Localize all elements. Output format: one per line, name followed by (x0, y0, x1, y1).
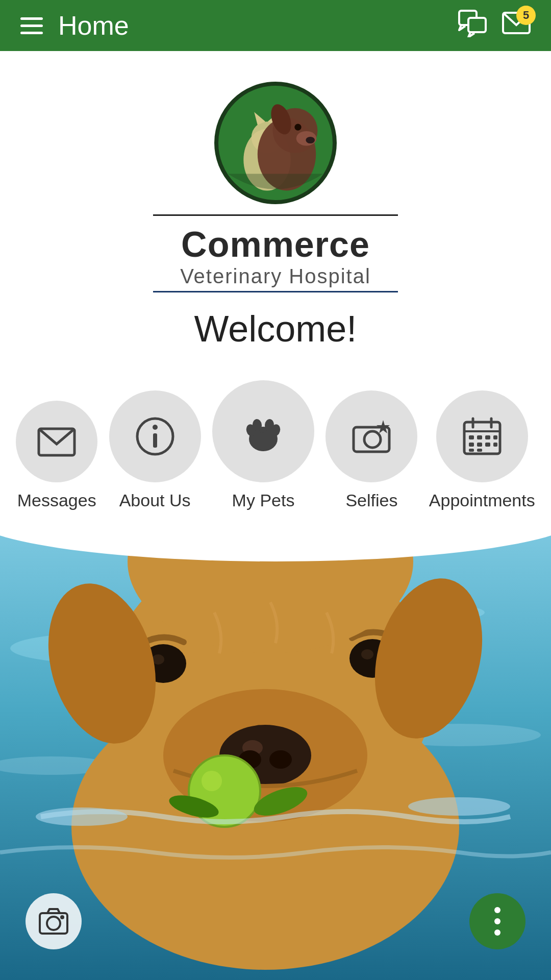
svg-rect-1 (468, 18, 486, 32)
svg-point-70 (47, 917, 60, 930)
my-pets-circle[interactable] (212, 380, 314, 482)
svg-rect-38 (493, 443, 497, 447)
mail-badge: 5 (516, 6, 536, 25)
mail-button[interactable]: 5 (502, 11, 531, 41)
svg-point-71 (60, 915, 64, 919)
logo-area: Commerce Veterinary Hospital Welcome! (0, 51, 551, 365)
clinic-subtitle: Veterinary Hospital (180, 265, 371, 288)
camera-button[interactable] (26, 893, 82, 949)
info-icon (135, 416, 176, 457)
nav-item-about-us[interactable]: About Us (109, 390, 201, 510)
envelope-icon (36, 421, 77, 462)
my-pets-label: My Pets (232, 491, 295, 510)
logo-line-bottom (153, 291, 398, 292)
svg-rect-37 (485, 443, 490, 447)
selfies-label: Selfies (345, 491, 397, 510)
camera-star-icon (351, 416, 392, 457)
nav-item-my-pets[interactable]: My Pets (212, 380, 314, 510)
svg-point-57 (361, 649, 373, 659)
nav-icons-row: Messages About Us (0, 365, 551, 521)
logo-line-top (153, 214, 398, 216)
svg-rect-32 (477, 435, 482, 439)
svg-rect-17 (153, 433, 157, 448)
header-left: Home (20, 10, 129, 41)
calendar-icon (462, 416, 503, 457)
chat-button[interactable] (458, 9, 487, 43)
svg-point-13 (294, 124, 301, 131)
svg-rect-40 (477, 449, 482, 452)
header-right: 5 (458, 9, 531, 43)
clinic-name: Commerce (180, 224, 371, 265)
svg-rect-33 (485, 435, 490, 439)
svg-rect-31 (469, 435, 474, 439)
svg-rect-35 (469, 443, 474, 447)
svg-rect-34 (493, 435, 497, 439)
svg-point-63 (202, 771, 222, 791)
logo-image (214, 82, 337, 204)
nav-item-messages[interactable]: Messages (16, 401, 97, 510)
about-us-circle[interactable] (109, 390, 201, 482)
logo-text: Commerce Veterinary Hospital (180, 224, 371, 288)
hero-image-area (0, 470, 551, 980)
menu-button[interactable] (20, 17, 43, 34)
messages-label: Messages (17, 491, 96, 510)
camera-icon (38, 906, 69, 937)
svg-rect-39 (469, 449, 474, 452)
nav-item-appointments[interactable]: Appointments (429, 390, 535, 510)
hero-svg (0, 470, 551, 980)
more-options-button[interactable] (469, 893, 525, 949)
paw-icon (238, 406, 289, 457)
chat-icon (458, 9, 487, 37)
about-us-label: About Us (119, 491, 191, 510)
logo-svg (219, 87, 332, 199)
svg-point-19 (254, 432, 272, 449)
svg-point-25 (364, 431, 381, 448)
svg-point-53 (269, 750, 292, 769)
svg-point-68 (408, 797, 510, 816)
header: Home 5 (0, 0, 551, 51)
appointments-label: Appointments (429, 491, 535, 510)
page-title: Home (58, 10, 129, 41)
selfies-circle[interactable] (325, 390, 417, 482)
svg-point-12 (306, 137, 315, 143)
svg-point-67 (36, 807, 128, 826)
messages-circle[interactable] (16, 401, 97, 482)
appointments-circle[interactable] (436, 390, 528, 482)
three-dots-icon (494, 907, 500, 936)
nav-item-selfies[interactable]: Selfies (325, 390, 417, 510)
svg-point-16 (153, 425, 158, 430)
welcome-heading: Welcome! (194, 308, 357, 350)
svg-rect-36 (477, 443, 482, 447)
